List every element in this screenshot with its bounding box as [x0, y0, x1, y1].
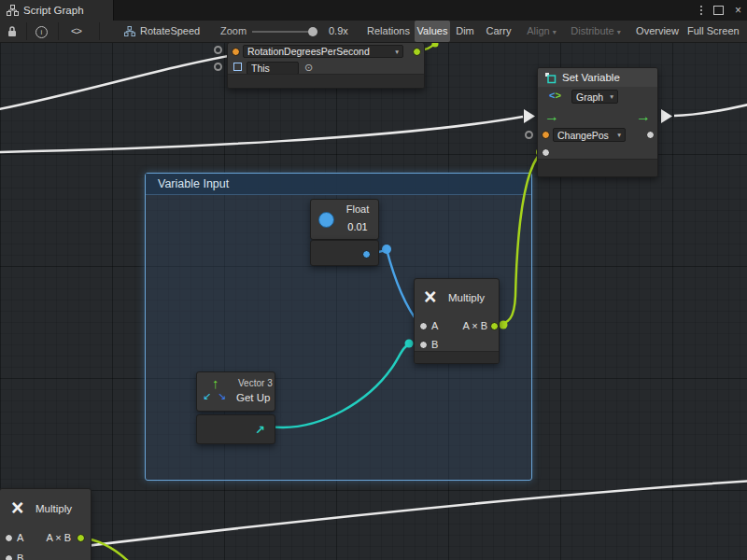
values-button[interactable]: Values [415, 21, 450, 42]
float-out-port[interactable] [362, 250, 371, 259]
node-float-port-section[interactable] [310, 240, 379, 266]
unity-script-graph-window: Script Graph × i <> RotateSpe [0, 0, 747, 560]
node-title: Multiply [35, 503, 72, 514]
window-titlebar: Script Graph × [0, 0, 747, 21]
graph-icon: <> [549, 90, 561, 101]
variable-value-out-port[interactable] [413, 48, 421, 56]
value-field[interactable]: 0.01 [339, 221, 376, 232]
type-label: Vector 3 [238, 378, 273, 388]
up-arrow-icon: ↑ [212, 375, 219, 391]
graph-toolbar: i <> RotateSpeed Zoom 0.9x Relations Val… [0, 21, 747, 43]
result-label: A × B [450, 320, 487, 331]
input-b-port[interactable] [5, 554, 13, 560]
float-type-icon [318, 212, 334, 228]
dim-button[interactable]: Dim [452, 21, 478, 42]
node-title: Set Variable [562, 72, 620, 83]
close-icon[interactable]: × [735, 0, 741, 21]
variable-name-dropdown[interactable]: RotationDegreesPerSecond ▾ [243, 45, 403, 58]
lock-icon[interactable] [7, 25, 18, 37]
input-b-label: B [17, 553, 23, 560]
maximize-icon[interactable] [713, 6, 724, 15]
node-title: Multiply [448, 292, 485, 303]
node-footer [228, 74, 424, 88]
flow-out-arrow-icon [661, 109, 672, 123]
script-graph-icon [7, 5, 19, 16]
value-in-port[interactable] [542, 148, 550, 157]
vector-out-port[interactable]: ↗ [255, 423, 265, 437]
node-set-variable[interactable]: Set Variable <> Graph ▾ → → ChangePos ▾ [537, 67, 658, 177]
node-vector3-port-section[interactable]: ↗ [196, 414, 275, 444]
window-controls: × [700, 0, 741, 21]
chevron-down-icon: ▾ [614, 131, 621, 139]
variable-name-dropdown[interactable]: ChangePos ▾ [553, 128, 626, 142]
scope-dropdown[interactable]: Graph ▾ [571, 90, 618, 104]
unconnected-port[interactable] [214, 63, 222, 71]
variable-name-port[interactable] [542, 131, 550, 139]
unconnected-port[interactable] [214, 46, 222, 54]
chevron-down-icon: ▾ [607, 92, 613, 101]
input-b-label: B [431, 339, 438, 350]
tab-script-graph[interactable]: Script Graph [0, 0, 114, 21]
result-label: A × B [35, 532, 71, 543]
relations-button[interactable]: Relations [364, 21, 413, 42]
flow-out-port[interactable]: → [636, 109, 651, 124]
node-float-literal[interactable]: Float 0.01 [310, 199, 379, 240]
result-out-port[interactable] [490, 322, 499, 330]
input-b-port[interactable] [419, 341, 428, 349]
target-field[interactable]: This [247, 62, 299, 75]
carry-button[interactable]: Carry [480, 21, 517, 42]
type-label: Float [339, 203, 376, 215]
node-get-variable-rotation[interactable]: RotationDegreesPerSecond ▾ This ⊙ [227, 42, 425, 89]
group-title: Variable Input [158, 177, 229, 190]
asset-name[interactable]: RotateSpeed [140, 21, 200, 42]
graph-canvas[interactable]: Variable Input [0, 42, 747, 560]
variable-name-port[interactable] [232, 48, 240, 56]
node-multiply-center[interactable]: × Multiply A A × B B [414, 278, 500, 364]
variable-out-port[interactable] [646, 131, 655, 139]
chevron-down-icon: ▾ [553, 28, 557, 36]
node-vector3-get-up[interactable]: ↑ ↙ ↘ Vector 3 Get Up [196, 371, 275, 412]
node-multiply-bottom[interactable]: × Multiply A A × B B [0, 488, 92, 560]
set-variable-icon [544, 72, 557, 86]
operation-label: Get Up [236, 392, 270, 403]
input-a-port[interactable] [419, 322, 428, 330]
zoom-value: 0.9x [329, 21, 348, 42]
distribute-button[interactable]: Distribute▾ [564, 21, 627, 42]
multiply-icon: × [11, 497, 23, 519]
input-a-label: A [17, 532, 23, 543]
unconnected-port[interactable] [525, 131, 533, 139]
gameobject-cube-icon [233, 63, 242, 71]
zoom-slider-handle[interactable] [308, 27, 317, 36]
overview-button[interactable]: Overview [631, 21, 684, 42]
align-button[interactable]: Align▾ [521, 21, 562, 42]
code-toggle-icon[interactable]: <> [71, 21, 81, 42]
fullscreen-button[interactable]: Full Screen [687, 21, 747, 42]
tab-title: Script Graph [23, 5, 84, 16]
flow-in-port[interactable]: → [544, 109, 559, 124]
multiply-icon: × [424, 287, 436, 308]
chevron-down-icon: ▾ [617, 28, 621, 36]
node-footer [415, 351, 499, 363]
node-footer [538, 159, 657, 176]
axis-right-icon: ↘ [218, 390, 226, 402]
chevron-down-icon: ▾ [392, 48, 399, 56]
info-icon[interactable]: i [35, 26, 48, 36]
graph-asset-icon [124, 26, 135, 37]
zoom-label: Zoom [220, 21, 247, 42]
input-a-label: A [431, 320, 438, 331]
input-a-port[interactable] [5, 534, 13, 542]
result-out-port[interactable] [77, 534, 85, 542]
flow-in-arrow-icon [524, 109, 535, 123]
axis-left-icon: ↙ [203, 390, 211, 402]
object-picker-icon[interactable]: ⊙ [304, 63, 313, 73]
group-header[interactable]: Variable Input [146, 174, 531, 195]
menu-icon[interactable] [700, 6, 702, 15]
